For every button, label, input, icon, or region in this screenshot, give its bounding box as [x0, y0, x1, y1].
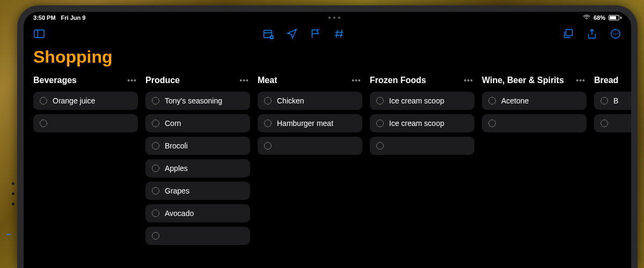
complete-toggle[interactable]: [488, 97, 496, 105]
complete-toggle[interactable]: [152, 210, 159, 217]
complete-toggle[interactable]: [264, 142, 272, 150]
reminder-card[interactable]: [482, 114, 587, 132]
column-title: Frozen Foods: [370, 76, 426, 85]
column-items: Tony's seasoningCornBrocoliApplesGrapesA…: [145, 92, 250, 245]
svg-line-8: [341, 30, 342, 38]
reminder-card[interactable]: Chicken: [258, 92, 362, 110]
svg-point-13: [613, 33, 614, 34]
reminder-card[interactable]: [33, 114, 138, 132]
column-items: ChickenHamburger meat: [258, 92, 362, 155]
complete-toggle[interactable]: [264, 120, 272, 127]
complete-toggle[interactable]: [601, 120, 608, 127]
status-bar: 3:50 PM Fri Jun 9 68%: [24, 12, 631, 24]
reminder-title[interactable]: Ice cream scoop: [389, 96, 444, 105]
column-more-icon[interactable]: •••: [350, 76, 362, 85]
reminder-card[interactable]: Corn: [145, 114, 250, 132]
svg-point-14: [615, 33, 616, 34]
reminder-title[interactable]: Chicken: [277, 96, 304, 105]
column-title: Bread: [594, 76, 618, 85]
battery-percent: 68%: [594, 14, 605, 21]
reminder-title[interactable]: Hamburger meat: [277, 119, 333, 128]
reminder-title[interactable]: Ice cream scoop: [389, 119, 444, 128]
complete-toggle[interactable]: [376, 142, 384, 150]
reminder-card[interactable]: Ice cream scoop: [370, 92, 474, 110]
column-title: Meat: [258, 76, 277, 85]
reminder-card[interactable]: Apples: [145, 159, 250, 177]
complete-toggle[interactable]: [376, 120, 384, 127]
complete-toggle[interactable]: [488, 120, 496, 127]
column: Beverages•••Orange juice: [33, 75, 138, 245]
reminder-card[interactable]: Avocado: [145, 204, 250, 222]
column-items: Acetone: [482, 92, 587, 132]
complete-toggle[interactable]: [376, 97, 384, 105]
reminder-card[interactable]: Brocoli: [145, 137, 250, 155]
reminder-card[interactable]: [594, 114, 631, 132]
complete-toggle[interactable]: [40, 97, 47, 105]
reminder-card[interactable]: Orange juice: [33, 92, 138, 110]
column-header: Meat•••: [258, 75, 362, 86]
column-more-icon[interactable]: •••: [126, 76, 138, 85]
complete-toggle[interactable]: [152, 120, 159, 127]
reminder-card[interactable]: Ice cream scoop: [370, 114, 474, 132]
calendar-add-icon[interactable]: [262, 28, 274, 40]
more-icon[interactable]: [610, 28, 621, 40]
wifi-icon: [583, 14, 590, 21]
column-header: Wine, Beer & Spirits•••: [482, 75, 587, 86]
flag-icon[interactable]: [310, 28, 321, 40]
list-title: Shopping: [24, 44, 631, 75]
reminder-card[interactable]: [370, 137, 474, 155]
battery-icon: [609, 15, 621, 20]
reminder-title[interactable]: Brocoli: [165, 142, 188, 150]
column-header: Produce•••: [145, 75, 250, 86]
reminder-card[interactable]: Tony's seasoning: [145, 92, 250, 110]
share-icon[interactable]: [586, 28, 598, 40]
column: Bread•••B: [594, 75, 631, 245]
complete-toggle[interactable]: [152, 142, 159, 150]
column-title: Wine, Beer & Spirits: [482, 76, 564, 85]
screen: 3:50 PM Fri Jun 9 68%: [24, 12, 631, 268]
column: Produce•••Tony's seasoningCornBrocoliApp…: [145, 75, 250, 245]
reminder-title[interactable]: Orange juice: [53, 96, 95, 105]
reminder-title[interactable]: Avocado: [165, 209, 194, 218]
location-icon[interactable]: [286, 28, 298, 40]
reminder-card[interactable]: B: [594, 92, 631, 110]
reminder-card[interactable]: Hamburger meat: [258, 114, 362, 132]
reminder-title[interactable]: Corn: [165, 119, 181, 128]
column: Meat•••ChickenHamburger meat: [258, 75, 362, 245]
reminder-title[interactable]: Acetone: [501, 96, 529, 105]
tag-icon[interactable]: [333, 28, 345, 40]
svg-rect-11: [566, 29, 572, 36]
reminder-title[interactable]: Apples: [165, 164, 188, 173]
complete-toggle[interactable]: [264, 97, 272, 105]
board: Beverages•••Orange juiceProduce•••Tony's…: [24, 75, 631, 245]
column-more-icon[interactable]: •••: [238, 76, 250, 85]
column-header: Beverages•••: [33, 75, 138, 86]
sidebar-toggle-icon[interactable]: [33, 28, 45, 40]
reminder-card[interactable]: [145, 227, 250, 245]
column-more-icon[interactable]: •••: [575, 76, 587, 85]
complete-toggle[interactable]: [601, 97, 608, 105]
complete-toggle[interactable]: [152, 165, 159, 172]
status-date: Fri Jun 9: [61, 14, 86, 21]
column-title: Beverages: [33, 76, 77, 85]
reminder-card[interactable]: [258, 137, 362, 155]
reminder-title[interactable]: B: [613, 96, 618, 105]
complete-toggle[interactable]: [40, 120, 47, 127]
column: Frozen Foods•••Ice cream scoopIce cream …: [370, 75, 474, 245]
reminder-card[interactable]: Acetone: [482, 92, 587, 110]
column-more-icon[interactable]: •••: [463, 76, 474, 85]
svg-line-7: [336, 30, 338, 38]
multitask-dots[interactable]: [328, 17, 340, 19]
reminder-title[interactable]: Grapes: [165, 187, 189, 195]
svg-point-15: [617, 33, 618, 34]
complete-toggle[interactable]: [152, 187, 159, 195]
column-items: B: [594, 92, 631, 132]
complete-toggle[interactable]: [152, 232, 159, 240]
window-icon[interactable]: [562, 28, 574, 40]
column-header: Bread•••: [594, 75, 631, 86]
column-items: Ice cream scoopIce cream scoop: [370, 92, 474, 155]
reminder-card[interactable]: Grapes: [145, 182, 250, 200]
reminder-title[interactable]: Tony's seasoning: [165, 96, 222, 105]
complete-toggle[interactable]: [152, 97, 159, 105]
column-items: Orange juice: [33, 92, 138, 132]
